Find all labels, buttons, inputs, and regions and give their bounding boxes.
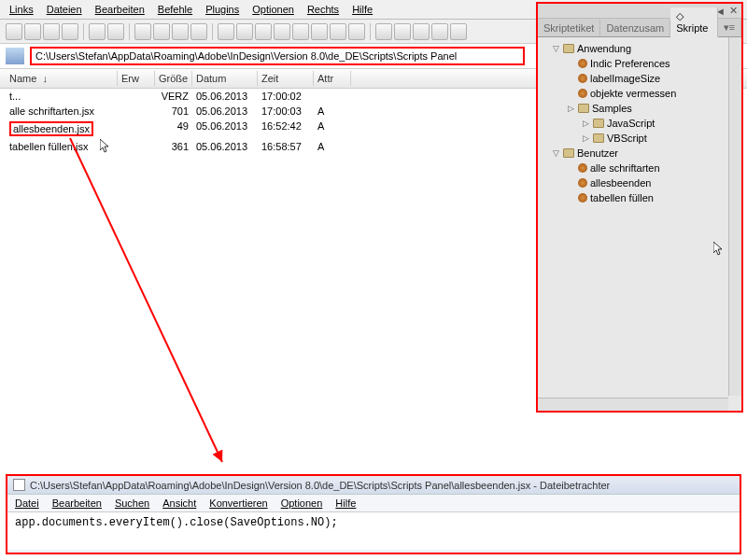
toolbar-btn[interactable] <box>255 23 272 40</box>
folder-icon <box>578 104 589 113</box>
toolbar-btn[interactable] <box>413 23 430 40</box>
tree-script[interactable]: Indic Preferences <box>540 56 740 71</box>
toolbar-btn[interactable] <box>190 23 207 40</box>
viewer-titlebar: C:\Users\Stefan\AppData\Roaming\Adobe\In… <box>7 476 740 495</box>
tree-label: objekte vermessen <box>590 88 676 99</box>
tree-folder[interactable]: ▷VBScript <box>540 131 740 146</box>
toolbar-separator <box>370 23 371 40</box>
toolbar-btn[interactable] <box>394 23 411 40</box>
viewer-code-content[interactable]: app.documents.everyItem().close(SaveOpti… <box>7 512 740 550</box>
tree-label: alle schriftarten <box>590 162 660 174</box>
folder-icon <box>563 44 574 53</box>
toolbar-btn[interactable] <box>330 23 346 40</box>
script-icon <box>578 163 587 173</box>
col-name[interactable]: Name ↓ <box>6 71 118 86</box>
toolbar-btn[interactable] <box>274 23 290 40</box>
tree-script[interactable]: alle schriftarten <box>540 161 740 175</box>
path-bar[interactable]: C:\Users\Stefan\AppData\Roaming\Adobe\In… <box>30 47 525 65</box>
toolbar-btn[interactable] <box>375 23 392 40</box>
menu-befehle[interactable]: Befehle <box>158 4 192 15</box>
tree-label: Anwendung <box>577 43 631 54</box>
folder-icon <box>593 119 604 128</box>
panel-menu-icon[interactable]: ▾≡ <box>718 19 741 36</box>
tree-label: labelImageSize <box>590 73 660 84</box>
menu-dateien[interactable]: Dateien <box>47 4 82 15</box>
toolbar-btn[interactable] <box>43 23 60 40</box>
toolbar-btn[interactable] <box>348 23 365 40</box>
mouse-cursor-icon <box>100 139 111 154</box>
folder-icon <box>563 148 574 158</box>
panel-tabs: Skriptetiket Datenzusam ◇ Skripte ▾≡ <box>538 19 741 37</box>
toolbar-btn[interactable] <box>62 23 78 40</box>
tree-label: tabellen füllen <box>590 192 654 203</box>
viewer-menu-hilfe[interactable]: Hilfe <box>335 497 356 509</box>
tree-label: Indic Preferences <box>590 58 670 69</box>
script-icon <box>578 74 587 83</box>
file-viewer-window: C:\Users\Stefan\AppData\Roaming\Adobe\In… <box>6 474 741 554</box>
toolbar-btn[interactable] <box>431 23 448 40</box>
col-erw[interactable]: Erw <box>118 71 155 86</box>
toolbar-separator <box>83 23 84 40</box>
viewer-app-icon <box>13 479 25 491</box>
viewer-title-text: C:\Users\Stefan\AppData\Roaming\Adobe\In… <box>30 480 610 491</box>
scrollbar-horizontal[interactable] <box>538 398 728 411</box>
toolbar-btn[interactable] <box>450 23 467 40</box>
scripts-tree: ▽AnwendungIndic PreferenceslabelImageSiz… <box>538 37 741 373</box>
toolbar-btn[interactable] <box>153 23 170 40</box>
menu-bearbeiten[interactable]: Bearbeiten <box>95 4 145 15</box>
script-icon <box>578 178 587 188</box>
panel-close-icon[interactable]: ✕ <box>729 5 738 17</box>
viewer-menubar: Datei Bearbeiten Suchen Ansicht Konverti… <box>7 495 740 512</box>
viewer-menu-optionen[interactable]: Optionen <box>281 497 323 509</box>
toolbar-btn[interactable] <box>134 23 151 40</box>
tree-label: Benutzer <box>577 147 618 159</box>
scrollbar-vertical[interactable] <box>728 37 741 396</box>
tree-label: VBScript <box>607 133 647 144</box>
tree-folder[interactable]: ▷JavaScript <box>540 116 740 131</box>
scripts-panel: ◄◄ ✕ Skriptetiket Datenzusam ◇ Skripte ▾… <box>536 2 743 413</box>
tree-script[interactable]: tabellen füllen <box>540 190 740 205</box>
menu-plugins[interactable]: Plugins <box>205 4 239 15</box>
tree-folder[interactable]: ▽Benutzer <box>540 146 740 161</box>
tree-script[interactable]: objekte vermessen <box>540 86 740 101</box>
viewer-menu-ansicht[interactable]: Ansicht <box>162 497 196 509</box>
menu-rechts[interactable]: Rechts <box>307 4 339 15</box>
tree-label: JavaScript <box>607 118 655 129</box>
tree-folder[interactable]: ▽Anwendung <box>540 41 740 56</box>
viewer-menu-suchen[interactable]: Suchen <box>115 497 149 509</box>
col-date[interactable]: Datum <box>192 71 258 86</box>
menu-links[interactable]: Links <box>9 4 34 15</box>
viewer-menu-konvertieren[interactable]: Konvertieren <box>209 497 267 509</box>
toolbar-btn[interactable] <box>292 23 309 40</box>
script-icon <box>578 59 587 68</box>
tree-label: Samples <box>592 103 632 114</box>
toolbar-btn[interactable] <box>107 23 124 40</box>
col-attr[interactable]: Attr <box>314 71 351 86</box>
tree-folder[interactable]: ▷Samples <box>540 101 740 116</box>
toolbar-btn[interactable] <box>172 23 189 40</box>
toolbar-btn[interactable] <box>236 23 253 40</box>
mouse-cursor-icon <box>713 242 725 257</box>
toolbar-btn[interactable] <box>24 23 41 40</box>
toolbar-btn[interactable] <box>89 23 106 40</box>
menu-optionen[interactable]: Optionen <box>252 4 294 15</box>
tree-script[interactable]: labelImageSize <box>540 71 740 86</box>
toolbar-btn[interactable] <box>311 23 328 40</box>
tab-datenzusam[interactable]: Datenzusam <box>600 20 670 36</box>
toolbar-separator <box>212 23 213 40</box>
col-time[interactable]: Zeit <box>258 71 314 86</box>
tree-script[interactable]: allesbeenden <box>540 175 740 190</box>
folder-icon <box>593 133 604 143</box>
script-icon <box>578 193 587 203</box>
tab-skriptetiket[interactable]: Skriptetiket <box>538 20 600 36</box>
toolbar-separator <box>129 23 130 40</box>
viewer-menu-bearbeiten[interactable]: Bearbeiten <box>52 497 102 509</box>
tab-skripte[interactable]: ◇ Skripte <box>670 7 717 37</box>
toolbar-btn[interactable] <box>218 23 234 40</box>
col-size[interactable]: Größe <box>155 71 192 86</box>
toolbar-btn[interactable] <box>6 23 22 40</box>
drive-icon[interactable] <box>6 48 24 64</box>
script-icon <box>578 89 587 98</box>
viewer-menu-datei[interactable]: Datei <box>15 497 39 509</box>
menu-hilfe[interactable]: Hilfe <box>352 4 373 15</box>
